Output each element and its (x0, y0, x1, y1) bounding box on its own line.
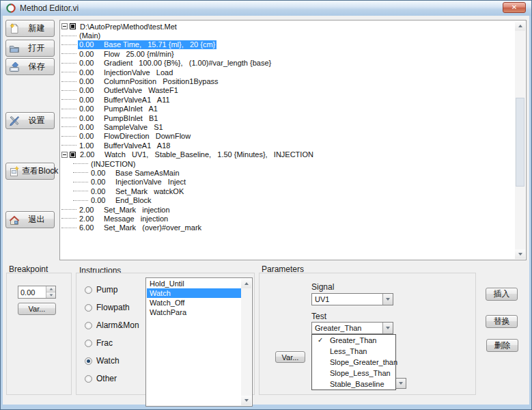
tree-row-text: PumpBInlet B1 (104, 114, 158, 122)
listbox-scrollbar[interactable] (241, 279, 251, 405)
tree-row-text: Message injection (104, 215, 168, 223)
tree-row[interactable]: 0.00BufferValveA1 A11 (61, 95, 514, 104)
breakpoint-spinner (46, 286, 55, 298)
tree-row-body: 0.00PumpAInlet A1 (78, 105, 159, 113)
tree-row-time: 2.00 (79, 215, 104, 223)
tree-row-body: 0.00Base Time, 15.71 {ml}, 20 {cm} (78, 40, 216, 49)
tree-node-icon (70, 152, 76, 158)
list-item[interactable]: Hold_Until (147, 279, 241, 288)
spin-down-icon[interactable] (46, 292, 55, 298)
tree-row-text: Gradient 100.00 {B%}, (1.00)#var_length … (104, 59, 271, 67)
check-icon: ✓ (318, 335, 327, 346)
scroll-down-icon[interactable] (515, 249, 525, 259)
radio-option-pump[interactable]: Pump (85, 281, 139, 299)
tree-connector (61, 99, 76, 100)
tree-row[interactable]: 2.00Set_Mark injection (61, 205, 514, 214)
radio-icon[interactable] (85, 357, 92, 365)
list-item[interactable]: Watch_Off (147, 298, 241, 308)
scroll-down-icon[interactable] (241, 396, 251, 405)
tree-row[interactable]: D:\AutoPrep\Method\test.Met (61, 22, 514, 31)
tree-row[interactable]: 0.00Set_Mark watckOK (61, 187, 514, 195)
tree-row[interactable]: 0.00ColumnPosition Position1Bypass (61, 77, 514, 85)
dropdown-item[interactable]: Slope_Greater_than (312, 357, 395, 368)
tree-row-body: 2.00Watch UV1, Stable_Baseline, 1.50 {Mi… (79, 150, 315, 159)
tree-row[interactable]: (Main) (61, 31, 514, 40)
chevron-down-icon[interactable] (395, 379, 406, 388)
dropdown-item[interactable]: Slope_Less_Than (312, 368, 395, 379)
tree-expander-icon[interactable] (61, 23, 68, 29)
tree-row[interactable]: 1.00BufferValveA1 A18 (61, 141, 514, 150)
tree-row[interactable]: 2.00Message injection (61, 214, 514, 223)
tree-row[interactable]: 6.00Set_Mark (over)#over_mark (61, 223, 514, 232)
tree-row-body: (Main) (78, 31, 102, 40)
tree-row[interactable]: 0.00FlowDirection DownFlow (61, 132, 514, 141)
dropdown-item[interactable]: Stable_Baseline (312, 379, 395, 390)
tree-expander-icon[interactable] (61, 152, 68, 158)
list-item[interactable]: Watch (147, 288, 241, 298)
radio-label: Frac (96, 338, 113, 348)
sidebar-button-new[interactable]: 新建 (5, 20, 55, 37)
tree-connector (61, 63, 76, 64)
tree-row[interactable]: (INJECTION) (61, 159, 514, 168)
tree-scrollbar-thumb[interactable] (516, 98, 524, 187)
tree-row[interactable]: 0.00End_Block (61, 195, 514, 204)
tree-row-body: D:\AutoPrep\Method\test.Met (79, 22, 178, 31)
spin-up-icon[interactable] (46, 286, 55, 292)
sidebar-button-label: 设置 (22, 115, 51, 126)
sidebar-button-view-block[interactable]: 查看Block (5, 163, 55, 180)
chevron-down-icon[interactable] (382, 294, 393, 305)
list-item[interactable]: WatchPara (147, 308, 241, 317)
radio-icon[interactable] (85, 322, 92, 329)
breakpoint-spinbox (18, 286, 56, 299)
radio-icon[interactable] (85, 286, 92, 294)
tree-scrollbar[interactable] (515, 21, 525, 259)
signal-combobox[interactable]: UV1 (311, 293, 393, 305)
tree-row[interactable]: 0.00InjectionValve Load (61, 68, 514, 77)
radio-icon[interactable] (85, 304, 92, 312)
radio-option-watch[interactable]: Watch (85, 352, 139, 370)
insert-button[interactable]: 插入 (486, 288, 518, 301)
radio-option-frac[interactable]: Frac (85, 334, 139, 352)
tree-row[interactable]: 0.00Gradient 100.00 {B%}, (1.00)#var_len… (61, 59, 514, 68)
tree-row-body: 2.00Set_Mark injection (78, 205, 171, 214)
dropdown-item-label: Slope_Less_Than (330, 369, 391, 377)
tree-connector (61, 136, 76, 137)
breakpoint-var-button[interactable]: Var... (18, 303, 56, 315)
radio-option-other[interactable]: Other (85, 370, 139, 387)
replace-button[interactable]: 替换 (486, 315, 518, 328)
sidebar-button-label: 打开 (22, 42, 51, 54)
tree-row[interactable]: 0.00PumpBInlet B1 (61, 113, 514, 122)
radio-icon[interactable] (85, 375, 92, 383)
tree-row[interactable]: 0.00InjectionValve Inject (61, 178, 514, 187)
sidebar-button-open[interactable]: 打开 (5, 40, 55, 57)
titlebar: Method Editor.vi ✕ (1, 1, 531, 16)
radio-icon[interactable] (85, 340, 92, 347)
delete-button[interactable]: 删除 (486, 339, 518, 352)
tree-row-time: 0.00 (79, 50, 104, 58)
tree-row[interactable]: 0.00Base SameAsMain (61, 168, 514, 177)
tree-row[interactable]: 0.00OutletValve WasteF1 (61, 86, 514, 95)
sidebar-button-exit[interactable]: 退出 (5, 211, 55, 228)
scroll-up-icon[interactable] (515, 21, 525, 31)
sidebar-button-save[interactable]: 保存 (5, 58, 55, 75)
test-combobox[interactable]: Greater_Than (311, 322, 393, 334)
parameters-var-button[interactable]: Var... (275, 351, 305, 363)
radio-option-alarm-mon[interactable]: Alarm&Mon (85, 316, 139, 334)
chevron-down-icon[interactable] (382, 323, 393, 333)
tree-row[interactable]: 2.00Watch UV1, Stable_Baseline, 1.50 {Mi… (61, 150, 514, 159)
radio-option-flowpath[interactable]: Flowpath (85, 299, 139, 316)
tree-row[interactable]: 0.00Base Time, 15.71 {ml}, 20 {cm} (61, 40, 514, 49)
tree-connector (61, 90, 76, 91)
tree-row[interactable]: 0.00PumpAInlet A1 (61, 105, 514, 113)
tree-connector (61, 126, 76, 127)
sidebar-button-settings[interactable]: 设置 (5, 112, 55, 129)
close-button[interactable]: ✕ (503, 2, 526, 13)
scroll-up-icon[interactable] (241, 279, 251, 288)
tree-connector (61, 145, 76, 146)
dropdown-item[interactable]: Less_Than (312, 346, 395, 357)
dropdown-item[interactable]: ✓Greater_Than (312, 335, 395, 346)
tree-row-time: 6.00 (79, 223, 104, 232)
tree-row[interactable]: 0.00Flow 25.00 {ml/min} (61, 49, 514, 58)
breakpoint-input[interactable] (18, 286, 46, 298)
tree-row[interactable]: 0.00SampleValve S1 (61, 122, 514, 131)
